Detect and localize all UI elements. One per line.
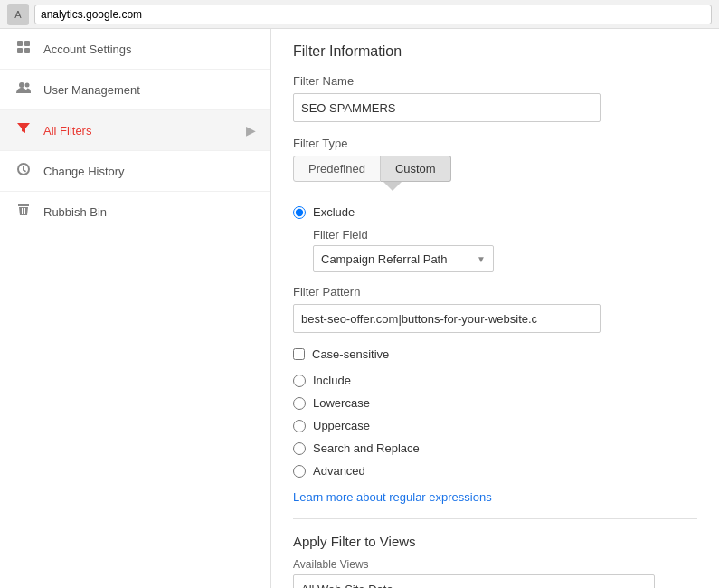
sidebar-item-label: Account Settings (43, 43, 132, 56)
radio-uppercase[interactable]: Uppercase (293, 419, 697, 432)
sidebar-item-label: Change History (43, 165, 125, 178)
dropdown-arrow-icon: ▼ (477, 254, 486, 264)
lowercase-radio-input[interactable] (293, 397, 306, 410)
filter-name-input[interactable] (293, 93, 601, 122)
advanced-radio-input[interactable] (293, 465, 306, 478)
learn-more-container: Learn more about regular expressions (293, 490, 697, 504)
filter-pattern-group: Filter Pattern (293, 285, 697, 333)
lowercase-label: Lowercase (313, 396, 370, 410)
sidebar-item-account-settings[interactable]: Account Settings (0, 29, 270, 70)
learn-more-link[interactable]: Learn more about regular expressions (293, 490, 492, 504)
url-input[interactable] (34, 5, 712, 24)
radio-include[interactable]: Include (293, 374, 697, 387)
nav-icon: A (14, 9, 21, 20)
sidebar: Account Settings User Management All Fil… (0, 29, 271, 588)
advanced-label: Advanced (313, 464, 365, 478)
svg-point-5 (25, 83, 30, 88)
exclude-radio-input[interactable] (293, 206, 306, 219)
section-title: Filter Information (293, 43, 697, 60)
include-label: Include (313, 374, 351, 387)
tab-predefined[interactable]: Predefined (293, 156, 381, 182)
sidebar-item-label: Rubbish Bin (43, 205, 107, 219)
section-divider (293, 518, 697, 519)
grid-icon (14, 40, 33, 58)
tab-indicator-arrow (383, 182, 402, 191)
include-radio-input[interactable] (293, 375, 306, 387)
search-replace-radio-input[interactable] (293, 442, 306, 455)
filter-field-dropdown[interactable]: Campaign Referral Path ▼ (313, 245, 494, 272)
clock-icon (14, 162, 33, 180)
active-arrow-icon: ▶ (246, 123, 256, 138)
search-replace-label: Search and Replace (313, 441, 420, 455)
filter-pattern-label: Filter Pattern (293, 285, 697, 299)
filter-name-label: Filter Name (293, 74, 697, 88)
case-sensitive-label: Case-sensitive (312, 347, 389, 361)
case-sensitive-checkbox[interactable] (293, 348, 305, 360)
top-bar: A (0, 0, 719, 29)
sidebar-item-change-history[interactable]: Change History (0, 151, 270, 192)
filter-type-group: Filter Type Predefined Custom (293, 137, 697, 191)
users-icon (14, 81, 33, 99)
funnel-icon (14, 121, 33, 139)
filter-field-group: Filter Field Campaign Referral Path ▼ (313, 228, 697, 272)
other-radio-options: Include Lowercase Uppercase Search and R… (293, 374, 697, 478)
sidebar-item-label: All Filters (43, 124, 91, 138)
svg-rect-0 (17, 41, 23, 46)
filter-type-tabs: Predefined Custom (293, 156, 697, 182)
filter-field-label: Filter Field (313, 228, 697, 242)
radio-lowercase[interactable]: Lowercase (293, 396, 697, 410)
sidebar-item-all-filters[interactable]: All Filters ▶ (0, 110, 270, 151)
filter-name-group: Filter Name (293, 74, 697, 122)
filter-pattern-input[interactable] (293, 304, 601, 333)
apply-section-title: Apply Filter to Views (293, 534, 697, 549)
sidebar-item-rubbish-bin[interactable]: Rubbish Bin (0, 192, 270, 232)
radio-advanced[interactable]: Advanced (293, 464, 697, 478)
filter-field-value: Campaign Referral Path (321, 252, 447, 266)
uppercase-radio-input[interactable] (293, 420, 306, 432)
available-views-list: All Web Site Data All Web Site Data (293, 574, 655, 588)
radio-exclude[interactable]: Exclude (293, 205, 697, 219)
svg-rect-3 (24, 48, 30, 53)
tab-custom[interactable]: Custom (381, 156, 451, 182)
svg-point-4 (19, 82, 24, 88)
nav-button[interactable]: A (7, 4, 29, 25)
svg-rect-2 (17, 48, 23, 53)
radio-search-replace[interactable]: Search and Replace (293, 441, 697, 455)
views-list-item[interactable]: All Web Site Data (294, 579, 654, 588)
case-sensitive-option[interactable]: Case-sensitive (293, 347, 697, 361)
exclude-label: Exclude (313, 205, 355, 219)
uppercase-label: Uppercase (313, 419, 370, 432)
sidebar-item-label: User Management (43, 83, 140, 97)
content-area: Filter Information Filter Name Filter Ty… (271, 29, 719, 588)
main-layout: Account Settings User Management All Fil… (0, 29, 719, 588)
filter-type-label: Filter Type (293, 137, 697, 150)
available-views-label: Available Views (293, 558, 697, 571)
sidebar-item-user-management[interactable]: User Management (0, 70, 270, 110)
svg-rect-1 (24, 41, 30, 46)
trash-icon (14, 203, 33, 221)
